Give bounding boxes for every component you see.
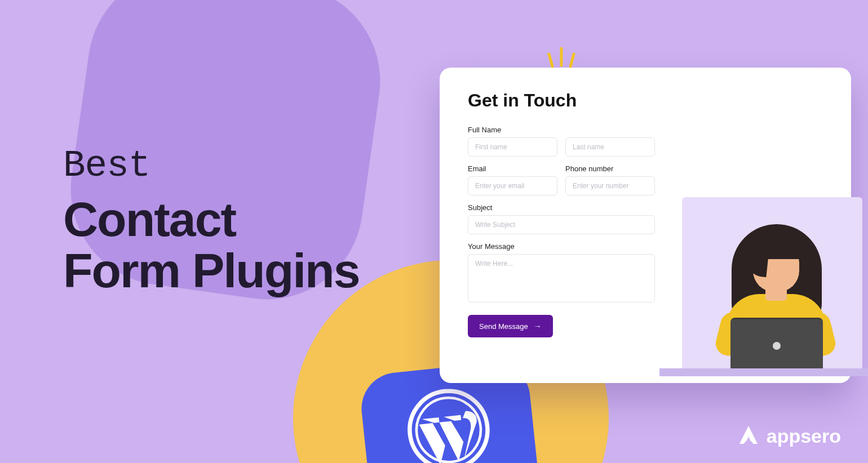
firstname-input[interactable]: [468, 137, 557, 157]
send-message-button[interactable]: Send Message →: [468, 315, 553, 337]
subject-input[interactable]: [468, 215, 655, 234]
lastname-input[interactable]: [565, 137, 655, 157]
contact-form-card: Get in Touch Full Name Email Phone numbe…: [440, 68, 851, 383]
fullname-label: Full Name: [468, 126, 655, 134]
headline: Best Contact Form Plugins: [63, 146, 359, 296]
headline-line-1: Best: [63, 146, 359, 186]
svg-line-2: [570, 54, 574, 66]
headline-line-2: Contact: [63, 194, 359, 245]
svg-line-0: [549, 54, 552, 66]
spark-icon: [547, 44, 576, 71]
arrow-right-icon: →: [534, 322, 542, 331]
form-title: Get in Touch: [468, 90, 823, 111]
brand-logo: appsero: [737, 425, 841, 447]
email-input[interactable]: [468, 176, 557, 195]
message-label: Your Message: [468, 242, 655, 251]
phone-label: Phone number: [565, 164, 655, 173]
send-button-label: Send Message: [479, 322, 528, 331]
subject-label: Subject: [468, 203, 655, 212]
person-illustration: [705, 214, 845, 372]
brand-name: appsero: [767, 425, 841, 447]
headline-line-3: Form Plugins: [63, 245, 359, 296]
wordpress-icon: [402, 384, 495, 463]
phone-input[interactable]: [565, 176, 655, 195]
appsero-icon: [737, 425, 760, 447]
message-textarea[interactable]: [468, 254, 655, 302]
email-label: Email: [468, 164, 557, 173]
illustration-panel: [682, 197, 862, 372]
laptop-icon: [730, 318, 823, 372]
